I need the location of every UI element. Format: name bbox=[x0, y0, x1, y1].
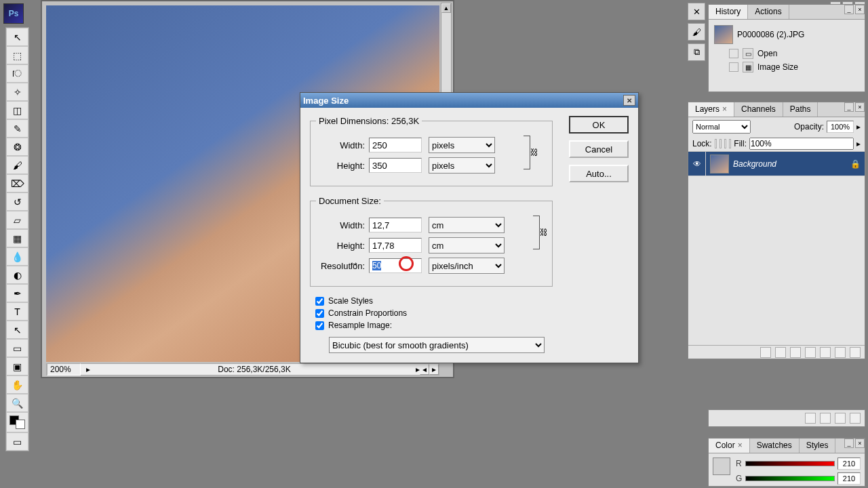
history-source[interactable]: P0000086 (2).JPG bbox=[711, 22, 862, 47]
history-step[interactable]: ▭ Open bbox=[711, 47, 862, 60]
layer-mask-icon[interactable] bbox=[790, 347, 801, 358]
clone-panel-icon[interactable]: ⧉ bbox=[688, 43, 705, 61]
dialog-titlebar[interactable]: Image Size ✕ bbox=[300, 93, 638, 108]
zoom-input[interactable]: 200% bbox=[47, 363, 81, 375]
path-selection-tool[interactable]: ↖ bbox=[6, 321, 28, 339]
new-layer-icon[interactable] bbox=[835, 347, 846, 358]
resolution-unit[interactable]: pixels/inch bbox=[429, 258, 505, 274]
scale-styles-checkbox[interactable] bbox=[315, 297, 324, 306]
resample-image-label: Resample Image: bbox=[328, 321, 392, 330]
tab-channels[interactable]: Channels bbox=[734, 102, 783, 117]
pixel-width-input[interactable] bbox=[369, 138, 422, 152]
pixel-height-unit[interactable]: pixels bbox=[429, 157, 495, 174]
blur-tool[interactable]: 💧 bbox=[6, 247, 28, 266]
panel-minimize-icon[interactable]: _ bbox=[844, 439, 854, 448]
tab-swatches[interactable]: Swatches bbox=[750, 439, 800, 453]
brush-tool[interactable]: 🖌 bbox=[6, 156, 28, 174]
nav-trash-icon[interactable] bbox=[850, 413, 861, 424]
pixel-height-input[interactable] bbox=[369, 158, 422, 173]
tab-paths[interactable]: Paths bbox=[783, 102, 818, 117]
scroll-right-icon[interactable]: ▸ bbox=[429, 364, 439, 375]
fill-flyout-icon[interactable]: ▸ bbox=[856, 139, 861, 148]
g-slider[interactable] bbox=[745, 476, 835, 481]
eraser-tool[interactable]: ▱ bbox=[6, 211, 28, 229]
healing-brush-tool[interactable]: ❂ bbox=[6, 138, 28, 156]
background-swatch[interactable] bbox=[16, 420, 25, 429]
panel-close-icon[interactable]: × bbox=[855, 5, 865, 14]
zoom-tool[interactable]: 🔍 bbox=[6, 394, 28, 412]
clone-stamp-tool[interactable]: ⌦ bbox=[6, 174, 28, 192]
move-tool[interactable]: ↖ bbox=[6, 28, 28, 46]
panel-minimize-icon[interactable]: _ bbox=[844, 5, 854, 14]
color-swatch[interactable] bbox=[713, 458, 730, 475]
status-bar: 200% ▸ Doc: 256,3K/256,3K ▸ ◂ ▸ bbox=[46, 363, 439, 375]
resample-method-select[interactable]: Bicubic (best for smooth gradients) bbox=[329, 337, 545, 353]
r-slider[interactable] bbox=[745, 461, 835, 466]
lock-icon: 🔒 bbox=[850, 159, 861, 169]
ok-button[interactable]: OK bbox=[569, 116, 629, 134]
history-step[interactable]: ▦ Image Size bbox=[711, 60, 862, 74]
panel-minimize-icon[interactable]: _ bbox=[844, 102, 854, 112]
tab-actions[interactable]: Actions bbox=[748, 5, 789, 19]
scroll-left-icon[interactable]: ◂ bbox=[420, 364, 429, 375]
magic-wand-tool[interactable]: ✧ bbox=[6, 83, 28, 101]
r-input[interactable] bbox=[837, 458, 861, 470]
link-icon[interactable]: ⛓ bbox=[540, 228, 548, 237]
dialog-close-button[interactable]: ✕ bbox=[623, 95, 635, 106]
nav-icon[interactable] bbox=[805, 413, 816, 424]
lock-all-icon[interactable] bbox=[729, 139, 731, 148]
tab-styles[interactable]: Styles bbox=[800, 439, 836, 453]
layer-item[interactable]: 👁 Background 🔒 bbox=[688, 152, 865, 176]
adjustment-layer-icon[interactable] bbox=[805, 347, 816, 358]
lock-transparency-icon[interactable] bbox=[715, 139, 717, 148]
shape-tool[interactable]: ▭ bbox=[6, 339, 28, 357]
color-swatches[interactable] bbox=[6, 412, 28, 432]
tab-history[interactable]: History bbox=[709, 5, 748, 19]
auto-button[interactable]: Auto... bbox=[569, 165, 629, 182]
visibility-icon[interactable]: 👁 bbox=[688, 152, 706, 176]
pen-tool[interactable]: ✒ bbox=[6, 284, 28, 302]
dodge-tool[interactable]: ◐ bbox=[6, 266, 28, 284]
constrain-proportions-checkbox[interactable] bbox=[315, 309, 324, 318]
doc-height-input[interactable] bbox=[369, 238, 422, 253]
brushes-panel-icon[interactable]: 🖌 bbox=[688, 23, 705, 41]
nav-icon[interactable] bbox=[835, 413, 846, 424]
panel-close-icon[interactable]: × bbox=[855, 439, 865, 448]
type-tool[interactable]: T bbox=[6, 302, 28, 321]
gradient-tool[interactable]: ▦ bbox=[6, 229, 28, 247]
nav-icon[interactable] bbox=[820, 413, 831, 424]
pixel-width-unit[interactable]: pixels bbox=[429, 137, 495, 153]
link-icon[interactable]: ⛓ bbox=[530, 148, 538, 157]
cancel-button[interactable]: Cancel bbox=[569, 140, 629, 158]
notes-tool[interactable]: ▣ bbox=[6, 357, 28, 375]
panel-close-icon[interactable]: × bbox=[855, 102, 865, 112]
panel-toggle-icon[interactable]: ✕ bbox=[688, 3, 705, 20]
scroll-up-icon[interactable]: ▲ bbox=[441, 3, 451, 13]
resolution-input[interactable]: 50 bbox=[369, 258, 422, 273]
doc-width-unit[interactable]: cm bbox=[429, 217, 505, 233]
lasso-tool[interactable]: ॎ bbox=[6, 64, 28, 83]
g-input[interactable] bbox=[837, 472, 861, 485]
opacity-flyout-icon[interactable]: ▸ bbox=[856, 122, 861, 131]
lock-position-icon[interactable] bbox=[724, 139, 726, 148]
hand-tool[interactable]: ✋ bbox=[6, 375, 28, 394]
opacity-input[interactable] bbox=[827, 121, 854, 133]
delete-layer-icon[interactable] bbox=[850, 347, 861, 358]
new-group-icon[interactable] bbox=[820, 347, 831, 358]
doc-width-input[interactable] bbox=[369, 218, 422, 232]
tab-layers[interactable]: Layers× bbox=[688, 102, 734, 117]
fill-input[interactable] bbox=[749, 138, 854, 150]
link-layers-icon[interactable] bbox=[760, 347, 771, 358]
lock-image-icon[interactable] bbox=[719, 139, 722, 148]
tab-color[interactable]: Color× bbox=[709, 439, 750, 453]
screen-mode[interactable]: ▭ bbox=[6, 432, 28, 451]
blend-mode-select[interactable]: Normal bbox=[692, 120, 751, 134]
history-brush-tool[interactable]: ↺ bbox=[6, 192, 28, 211]
marquee-tool[interactable]: ⬚ bbox=[6, 46, 28, 64]
doc-height-unit[interactable]: cm bbox=[429, 237, 505, 253]
eyedropper-tool[interactable]: ✎ bbox=[6, 119, 28, 138]
crop-tool[interactable]: ◫ bbox=[6, 101, 28, 119]
resample-image-checkbox[interactable] bbox=[315, 321, 324, 330]
history-thumb-icon bbox=[714, 25, 733, 44]
layer-style-icon[interactable] bbox=[775, 347, 786, 358]
